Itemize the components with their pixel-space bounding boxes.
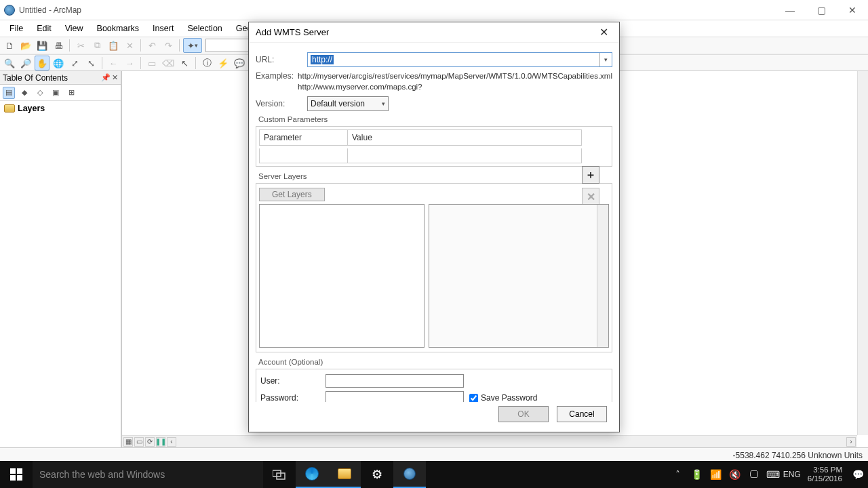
menu-insert[interactable]: Insert [146,22,180,35]
print-icon[interactable]: 🖶 [51,38,66,53]
menu-bookmarks[interactable]: Bookmarks [90,22,146,35]
copy-icon[interactable]: ⧉ [90,38,104,53]
parameter-cell[interactable] [259,148,347,163]
hyperlink-icon[interactable]: ⚡ [216,56,231,70]
keyboard-icon[interactable]: ⌨ [766,469,781,480]
menu-edit[interactable]: Edit [30,22,58,35]
window-controls: — ▢ ✕ [774,0,868,20]
open-icon[interactable]: 📂 [18,38,33,53]
identify-icon[interactable]: ⓘ [199,56,214,70]
toc-options-icon[interactable]: ⊞ [65,87,77,99]
undo-icon[interactable]: ↶ [144,38,159,53]
clear-selection-icon[interactable]: ⌫ [161,56,176,70]
fixed-zoom-in-icon[interactable]: ⤢ [67,56,82,70]
user-label: User: [260,376,326,386]
server-layers-preview[interactable] [429,204,609,348]
html-popup-icon[interactable]: 💬 [232,56,247,70]
edge-taskbar-button[interactable] [296,461,328,488]
version-select[interactable]: Default version ▾ [307,96,389,111]
start-button[interactable] [0,461,33,488]
select-features-icon[interactable]: ▭ [144,56,159,70]
data-view-button[interactable]: ▦ [123,437,133,447]
window-close-button[interactable]: ✕ [837,0,868,20]
taskbar-search-placeholder: Search the web and Windows [39,469,165,480]
example-url-1: http://myserver/arcgis/rest/services/mym… [298,71,612,82]
toc-pin-icon[interactable]: 📌 [101,73,111,82]
battery-icon[interactable]: 🔋 [690,469,705,480]
windows-taskbar: Search the web and Windows ⚙ ˄ 🔋 📶 🔇 🖵 ⌨… [0,461,868,488]
delete-icon[interactable]: ✕ [122,38,137,53]
toc-close-icon[interactable]: ✕ [112,73,118,82]
back-extent-icon[interactable]: ← [106,56,121,70]
toc-toolbar: ▤ ◆ ◇ ▣ ⊞ [0,85,121,101]
url-label: URL: [256,55,307,64]
url-input[interactable]: http:// ▾ [307,52,612,67]
user-input[interactable] [326,374,464,388]
url-dropdown-icon[interactable]: ▾ [599,53,612,66]
folder-icon [338,468,351,479]
menu-view[interactable]: View [58,22,90,35]
save-icon[interactable]: 💾 [35,38,50,53]
window-maximize-button[interactable]: ▢ [806,0,837,20]
arcmap-icon [403,468,416,480]
zoom-out-icon[interactable]: 🔎 [18,56,33,70]
screen-icon[interactable]: 🖵 [747,469,762,480]
forward-extent-icon[interactable]: → [122,56,137,70]
full-extent-icon[interactable]: 🌐 [51,56,66,70]
explorer-taskbar-button[interactable] [328,461,361,488]
save-password-checkbox[interactable] [469,394,478,402]
dialog-close-button[interactable]: ✕ [595,24,612,41]
task-view-button[interactable] [263,461,296,488]
layers-group-icon [4,104,15,113]
system-tray: ˄ 🔋 📶 🔇 🖵 ⌨ ENG 3:56 PM 6/15/2016 💬 [671,461,868,488]
refresh-button[interactable]: ⟳ [145,437,155,447]
layers-root-item[interactable]: Layers [4,104,117,113]
coordinates-readout: -5538.462 7410.256 Unknown Units [733,451,863,460]
cut-icon[interactable]: ✂ [73,38,88,53]
add-data-button[interactable]: ✦▾ [183,38,202,53]
settings-taskbar-button[interactable]: ⚙ [361,461,393,488]
remove-parameter-button[interactable]: ✕ [582,188,599,205]
wifi-icon[interactable]: 📶 [709,469,724,480]
zoom-in-icon[interactable]: 🔍 [2,56,17,70]
arcmap-app-icon [4,5,15,16]
get-layers-button[interactable]: Get Layers [259,188,325,201]
cancel-button[interactable]: Cancel [557,406,607,422]
layers-label: Layers [18,104,45,113]
custom-parameters-label: Custom Parameters [258,115,612,123]
map-vertical-scrollbar[interactable] [857,71,868,435]
volume-icon[interactable]: 🔇 [728,469,743,480]
version-value: Default version [311,99,365,108]
taskbar-search-input[interactable]: Search the web and Windows [33,461,263,488]
menu-selection[interactable]: Selection [180,22,229,35]
toc-list-by-visibility-icon[interactable]: ◇ [34,87,46,99]
add-parameter-button[interactable]: ＋ [582,166,599,184]
toc-list-by-selection-icon[interactable]: ▣ [50,87,62,99]
new-doc-icon[interactable]: 🗋 [2,38,17,53]
password-input[interactable] [326,391,464,402]
select-elements-icon[interactable]: ↖ [177,56,192,70]
scale-combo[interactable] [205,39,253,52]
value-cell[interactable] [347,148,582,163]
fixed-zoom-out-icon[interactable]: ⤡ [83,56,98,70]
redo-icon[interactable]: ↷ [161,38,176,53]
pause-button[interactable]: ❚❚ [156,437,165,447]
scroll-right-button[interactable]: › [846,437,856,447]
action-center-icon[interactable]: 💬 [850,469,865,480]
server-layers-list[interactable] [259,204,425,348]
toc-panel: Table Of Contents 📌 ✕ ▤ ◆ ◇ ▣ ⊞ Layers [0,71,122,447]
toc-list-by-drawing-icon[interactable]: ▤ [3,87,15,99]
menu-file[interactable]: File [3,22,30,35]
paste-icon[interactable]: 📋 [106,38,121,53]
layout-view-button[interactable]: ▭ [134,437,144,447]
toc-title: Table Of Contents [3,73,68,83]
window-minimize-button[interactable]: — [774,0,806,20]
language-indicator[interactable]: ENG [785,470,800,479]
tray-overflow-icon[interactable]: ˄ [671,469,686,480]
ok-button[interactable]: OK [498,406,549,422]
taskbar-clock[interactable]: 3:56 PM 6/15/2016 [804,466,846,483]
arcmap-taskbar-button[interactable] [393,461,426,488]
scroll-left-button[interactable]: ‹ [167,437,176,447]
pan-icon[interactable]: ✋ [35,56,50,70]
toc-list-by-source-icon[interactable]: ◆ [18,87,31,99]
